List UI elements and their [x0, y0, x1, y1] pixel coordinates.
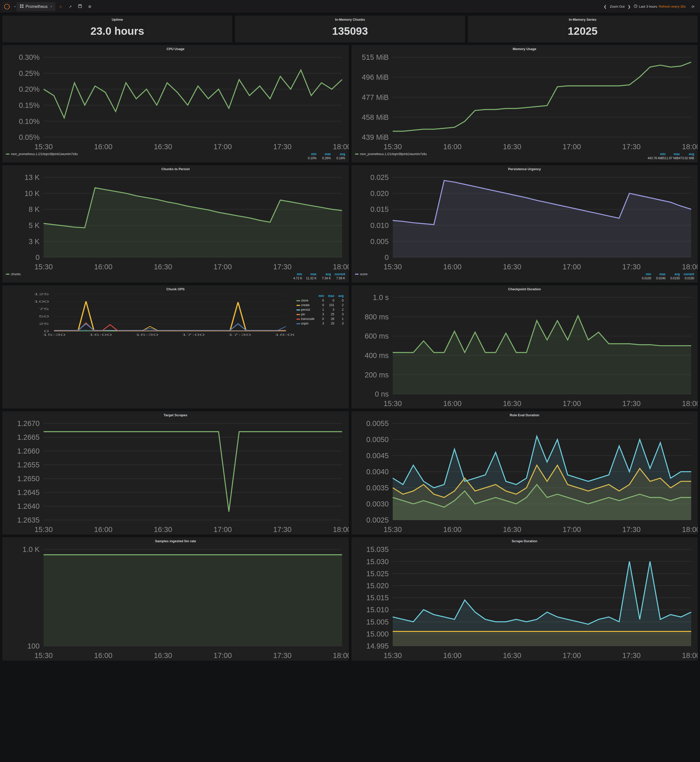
svg-text:18:00: 18:00 [682, 525, 698, 534]
chart-area[interactable]: 025507510012515:3016:0016:3017:0017:3018… [2, 292, 294, 337]
chart-area[interactable]: 00.0050.0100.0150.0200.02515:3016:0016:3… [352, 172, 698, 272]
panel-title: Checkpoint Duration [352, 285, 698, 292]
svg-text:0.10%: 0.10% [19, 117, 40, 125]
svg-text:5 K: 5 K [29, 221, 40, 230]
svg-text:496 MiB: 496 MiB [362, 73, 389, 81]
svg-text:0.010: 0.010 [370, 221, 389, 230]
dashboard-picker[interactable]: Prometheus ▾ [17, 2, 55, 11]
chart-area[interactable]: 0.00250.00300.00350.00400.00450.00500.00… [352, 418, 698, 535]
star-button[interactable]: ☆ [56, 2, 65, 11]
settings-button[interactable]: ⚙ [85, 2, 94, 11]
panel-checkpoint[interactable]: Checkpoint Duration 0 ns200 ms400 ms600 … [351, 285, 698, 409]
save-button[interactable] [76, 2, 84, 11]
svg-text:0.05%: 0.05% [19, 133, 40, 141]
svg-text:16:30: 16:30 [154, 142, 172, 151]
svg-text:17:00: 17:00 [213, 263, 232, 271]
legend-row[interactable]: pin 3253 [295, 312, 346, 317]
chart-area[interactable]: 0 ns200 ms400 ms600 ms800 ms1.0 s15:3016… [352, 292, 698, 409]
grafana-logo[interactable] [3, 2, 11, 11]
svg-text:17:30: 17:30 [273, 142, 292, 151]
panel-persistence[interactable]: Persistence Urgency 00.0050.0100.0150.02… [351, 165, 698, 283]
svg-text:0.0055: 0.0055 [366, 419, 389, 428]
svg-rect-3 [22, 4, 23, 6]
svg-text:1.2660: 1.2660 [17, 447, 40, 455]
svg-text:16:30: 16:30 [154, 651, 172, 659]
svg-text:15:30: 15:30 [34, 263, 53, 271]
svg-text:17:00: 17:00 [562, 651, 581, 659]
stat-value: 135093 [235, 22, 465, 42]
time-forward-button[interactable]: ❯ [628, 5, 631, 9]
svg-text:1.2635: 1.2635 [17, 516, 40, 524]
refresh-button[interactable]: ⟳ [689, 2, 697, 11]
svg-text:16:00: 16:00 [443, 525, 462, 534]
zoom-out-button[interactable]: Zoom Out [610, 5, 625, 8]
svg-text:0: 0 [44, 329, 49, 333]
svg-text:18:00: 18:00 [333, 263, 349, 271]
svg-text:18:00: 18:00 [333, 651, 349, 659]
svg-text:0.0025: 0.0025 [366, 516, 389, 524]
dashboard-name: Prometheus [25, 4, 47, 9]
stat-panel-1[interactable]: In-Memory Chunks 135093 [234, 15, 465, 43]
svg-text:0.005: 0.005 [370, 237, 389, 245]
chart-area[interactable]: 1001.0 K15:3016:0016:3017:0017:3018:00 [2, 544, 349, 661]
svg-text:439 MiB: 439 MiB [362, 133, 389, 141]
panel-title: Scrape Duration [352, 537, 698, 544]
time-back-button[interactable]: ❮ [604, 5, 607, 9]
time-range-picker[interactable]: Last 3 hours Refresh every 30s [634, 4, 686, 9]
panel-chunk-ops[interactable]: Chunk OPS 025507510012515:3016:0016:3017… [2, 285, 349, 409]
svg-rect-7 [79, 5, 81, 6]
refresh-icon: ⟳ [692, 5, 695, 9]
svg-text:17:30: 17:30 [622, 263, 641, 271]
svg-text:15:30: 15:30 [34, 525, 53, 534]
svg-text:0: 0 [36, 253, 40, 261]
svg-text:1.0 K: 1.0 K [22, 546, 40, 554]
svg-text:200 ms: 200 ms [364, 371, 389, 379]
legend-row[interactable]: transcode 0281 [295, 317, 346, 321]
svg-text:1.2665: 1.2665 [17, 433, 40, 441]
stat-panel-0[interactable]: Uptime 23.0 hours [2, 15, 233, 43]
stat-value: 23.0 hours [2, 22, 232, 42]
chart-area[interactable]: 439 MiB458 MiB477 MiB496 MiB515 MiB15:30… [352, 52, 698, 152]
svg-text:18:00: 18:00 [333, 525, 349, 534]
panel-cpu[interactable]: CPU Usage 0.05%0.10%0.15%0.20%0.25%0.30%… [2, 45, 349, 163]
chart-area[interactable]: 14.99515.00015.00515.01015.01515.02015.0… [352, 544, 698, 661]
svg-text:0.0045: 0.0045 [366, 451, 389, 460]
clock-icon [634, 4, 638, 9]
panel-rule_eval[interactable]: Rule Eval Duration 0.00250.00300.00350.0… [351, 411, 698, 535]
panel-mem[interactable]: Memory Usage 439 MiB458 MiB477 MiB496 Mi… [351, 45, 698, 163]
share-button[interactable]: ↗ [66, 2, 75, 11]
stat-panel-2[interactable]: In-Memory Series 12025 [467, 15, 698, 43]
legend-row[interactable]: persist 132 [295, 308, 346, 312]
svg-text:17:00: 17:00 [182, 333, 205, 336]
svg-text:18:00: 18:00 [682, 400, 698, 408]
legend-row[interactable]: unpin 3253 [295, 321, 346, 326]
svg-text:16:00: 16:00 [94, 525, 112, 534]
svg-text:13 K: 13 K [25, 173, 40, 181]
panel-samples[interactable]: Samples ingested 5m rate 1001.0 K15:3016… [2, 537, 349, 661]
svg-text:17:00: 17:00 [562, 263, 581, 271]
legend-row[interactable]: create 01012 [295, 303, 346, 308]
svg-text:17:00: 17:00 [562, 142, 581, 151]
svg-text:75: 75 [39, 308, 49, 311]
svg-rect-2 [20, 4, 22, 6]
svg-text:25: 25 [39, 322, 49, 325]
panel-scrape_dur[interactable]: Scrape Duration 14.99515.00015.00515.010… [351, 537, 698, 661]
svg-text:1.2645: 1.2645 [17, 488, 40, 497]
panel-title: Samples ingested 5m rate [2, 537, 349, 544]
panel-chunks_persist[interactable]: Chunks to Persist 03 K5 K8 K10 K13 K15:3… [2, 165, 349, 283]
svg-text:477 MiB: 477 MiB [362, 93, 389, 101]
logo-caret-icon[interactable]: ▾ [14, 5, 16, 8]
gear-icon: ⚙ [88, 5, 92, 9]
svg-text:17:30: 17:30 [273, 263, 292, 271]
dashboard-grid-icon [20, 4, 23, 9]
chart-area[interactable]: 0.05%0.10%0.15%0.20%0.25%0.30%15:3016:00… [2, 52, 349, 152]
svg-text:1.2650: 1.2650 [17, 475, 40, 483]
svg-text:0.020: 0.020 [370, 189, 389, 198]
chart-area[interactable]: 1.26351.26401.26451.26501.26551.26601.26… [2, 418, 349, 535]
legend-row[interactable]: clone 000 [295, 298, 346, 303]
chart-area[interactable]: 03 K5 K8 K10 K13 K15:3016:0016:3017:0017… [2, 172, 349, 272]
svg-text:16:30: 16:30 [503, 263, 521, 271]
panel-target_scrapes[interactable]: Target Scrapes 1.26351.26401.26451.26501… [2, 411, 349, 535]
svg-text:16:00: 16:00 [94, 142, 112, 151]
svg-text:15:30: 15:30 [43, 333, 66, 336]
